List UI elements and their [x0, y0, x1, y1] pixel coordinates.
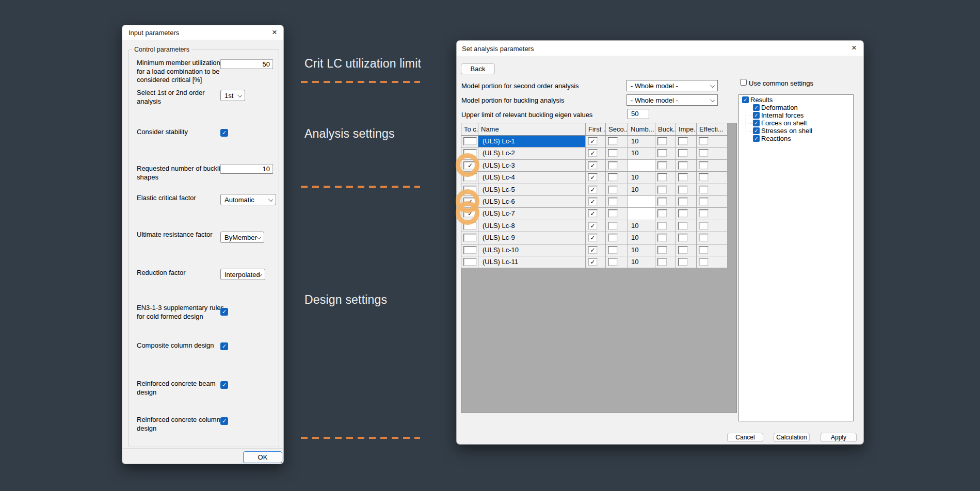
table-checkbox[interactable]: [678, 161, 688, 170]
table-checkbox[interactable]: [699, 173, 709, 182]
table-checkbox[interactable]: [608, 234, 618, 242]
table-checkbox[interactable]: [657, 209, 667, 218]
calculation-button[interactable]: Calculation: [774, 433, 810, 442]
table-checkbox[interactable]: ✓: [463, 161, 477, 170]
table-checkbox[interactable]: ✓: [463, 209, 477, 218]
table-checkbox[interactable]: [678, 149, 688, 157]
buckling-shapes-input[interactable]: 10: [220, 164, 273, 174]
column-header[interactable]: Name: [478, 123, 586, 136]
table-checkbox[interactable]: ✓: [588, 222, 598, 230]
order-analysis-select[interactable]: 1st: [220, 90, 245, 101]
column-header[interactable]: Numb...: [628, 123, 655, 136]
table-checkbox[interactable]: [657, 258, 667, 266]
table-checkbox[interactable]: ✓: [588, 234, 598, 242]
rc-column-checkbox[interactable]: ✓: [220, 417, 228, 425]
load-case-name-cell[interactable]: (ULS) Lc-9: [478, 232, 586, 244]
tree-checkbox[interactable]: ✓: [753, 104, 760, 111]
ok-button[interactable]: OK: [243, 451, 282, 463]
tree-checkbox[interactable]: ✓: [753, 127, 760, 134]
table-checkbox[interactable]: [657, 186, 667, 194]
table-checkbox[interactable]: [608, 173, 618, 182]
load-case-name-cell[interactable]: (ULS) Lc-11: [478, 256, 586, 268]
consider-stability-checkbox[interactable]: ✓: [220, 129, 228, 137]
table-checkbox[interactable]: [608, 258, 618, 266]
table-checkbox[interactable]: [657, 173, 667, 182]
elastic-factor-select[interactable]: Automatic: [220, 194, 276, 205]
table-checkbox[interactable]: [608, 246, 618, 254]
right-dialog-titlebar[interactable]: Set analysis parameters ×: [457, 41, 863, 56]
rc-beam-checkbox[interactable]: ✓: [220, 381, 228, 389]
table-checkbox[interactable]: ✓: [463, 198, 477, 206]
load-case-name-cell[interactable]: (ULS) Lc-8: [478, 220, 586, 232]
number-cell[interactable]: 10: [628, 244, 655, 256]
number-cell[interactable]: 10: [628, 148, 655, 159]
table-checkbox[interactable]: [463, 149, 477, 157]
load-case-name-cell[interactable]: (ULS) Lc-1: [478, 136, 586, 148]
table-checkbox[interactable]: ✓: [588, 137, 598, 145]
column-header[interactable]: Buck...: [655, 123, 676, 136]
load-case-name-cell[interactable]: (ULS) Lc-2: [478, 148, 586, 159]
table-checkbox[interactable]: [463, 258, 477, 266]
load-case-name-cell[interactable]: (ULS) Lc-3: [478, 160, 586, 172]
column-header[interactable]: Impe...: [676, 123, 697, 136]
table-checkbox[interactable]: [657, 137, 667, 145]
tree-checkbox[interactable]: ✓: [753, 120, 760, 126]
number-cell[interactable]: [628, 208, 655, 220]
number-cell[interactable]: 10: [628, 184, 655, 196]
table-checkbox[interactable]: [657, 198, 667, 206]
table-checkbox[interactable]: [678, 234, 688, 242]
table-checkbox[interactable]: ✓: [588, 186, 598, 194]
load-case-name-cell[interactable]: (ULS) Lc-10: [478, 244, 586, 256]
second-order-select[interactable]: - Whole model -: [626, 80, 718, 91]
table-checkbox[interactable]: ✓: [588, 209, 598, 218]
min-utilization-input[interactable]: 50: [220, 59, 273, 69]
load-case-name-cell[interactable]: (ULS) Lc-4: [478, 172, 586, 184]
table-checkbox[interactable]: [699, 258, 709, 266]
buckling-portion-select[interactable]: - Whole model -: [626, 94, 718, 106]
table-checkbox[interactable]: ✓: [588, 173, 598, 182]
number-cell[interactable]: [628, 196, 655, 208]
composite-column-checkbox[interactable]: ✓: [220, 342, 228, 350]
table-checkbox[interactable]: [678, 186, 688, 194]
table-checkbox[interactable]: [463, 234, 477, 242]
table-checkbox[interactable]: [608, 137, 618, 145]
table-checkbox[interactable]: [699, 198, 709, 206]
table-checkbox[interactable]: [678, 222, 688, 230]
tree-checkbox[interactable]: ✓: [753, 135, 760, 142]
ultimate-factor-select[interactable]: ByMember: [220, 232, 264, 243]
table-checkbox[interactable]: [699, 137, 709, 145]
eigen-limit-input[interactable]: 50: [628, 109, 649, 119]
number-cell[interactable]: 10: [628, 172, 655, 184]
table-checkbox[interactable]: [699, 234, 709, 242]
use-common-settings-checkbox[interactable]: [740, 79, 747, 86]
table-checkbox[interactable]: [678, 246, 688, 254]
table-checkbox[interactable]: [699, 246, 709, 254]
table-checkbox[interactable]: ✓: [588, 198, 598, 206]
table-checkbox[interactable]: ✓: [588, 258, 598, 266]
back-button[interactable]: Back: [461, 63, 495, 74]
apply-button[interactable]: Apply: [821, 433, 857, 442]
en313-checkbox[interactable]: ✓: [220, 308, 228, 316]
table-checkbox[interactable]: [657, 246, 667, 254]
table-checkbox[interactable]: [608, 161, 618, 170]
close-icon[interactable]: ×: [272, 29, 277, 36]
table-checkbox[interactable]: [657, 234, 667, 242]
table-checkbox[interactable]: [678, 209, 688, 218]
table-checkbox[interactable]: [678, 173, 688, 182]
table-checkbox[interactable]: ✓: [588, 149, 598, 157]
table-checkbox[interactable]: [678, 198, 688, 206]
column-header[interactable]: To c...: [461, 123, 478, 136]
table-checkbox[interactable]: [657, 161, 667, 170]
table-checkbox[interactable]: [657, 222, 667, 230]
table-checkbox[interactable]: [699, 186, 709, 194]
load-case-name-cell[interactable]: (ULS) Lc-7: [478, 208, 586, 220]
table-checkbox[interactable]: [463, 137, 477, 145]
table-checkbox[interactable]: [678, 137, 688, 145]
tree-checkbox[interactable]: ✓: [753, 112, 760, 119]
column-header[interactable]: First ...: [586, 123, 606, 136]
number-cell[interactable]: 10: [628, 136, 655, 148]
table-checkbox[interactable]: [699, 222, 709, 230]
load-case-name-cell[interactable]: (ULS) Lc-5: [478, 184, 586, 196]
table-checkbox[interactable]: [463, 173, 477, 182]
reduction-factor-select[interactable]: Interpolated: [220, 269, 265, 280]
